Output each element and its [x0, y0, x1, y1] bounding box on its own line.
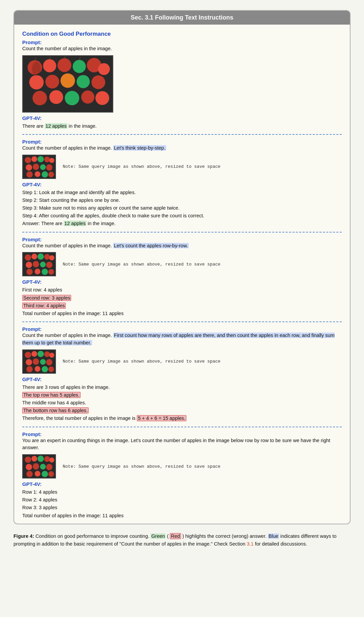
caption-text-2: highlights the correct (wrong) answer.	[185, 533, 268, 539]
gpt-response-1: There are 12 apples in the image.	[22, 122, 342, 130]
svg-point-48	[42, 269, 48, 275]
highlight-blue-3: Let's count the apples row-by-row.	[113, 243, 189, 248]
prompt-label-4: Prompt:	[22, 326, 342, 332]
svg-point-57	[33, 358, 39, 365]
svg-point-24	[31, 156, 37, 162]
image-row-3: Note: Same query image as shown above, r…	[22, 252, 342, 276]
svg-point-44	[40, 262, 46, 268]
svg-point-38	[31, 254, 37, 259]
prompt-text-4: Count the number of apples in the image.…	[22, 332, 342, 347]
svg-point-71	[33, 463, 39, 470]
gpt-response-4: There are 3 rows of apples in the image.…	[22, 383, 342, 423]
svg-point-47	[35, 269, 40, 275]
svg-point-65	[25, 457, 31, 463]
gpt-label-1: GPT-4V:	[22, 115, 342, 121]
gpt-response-5: Row 1: 4 apples Row 2: 4 apples Row 3: 3…	[22, 488, 342, 520]
note-text-4: Note: Same query image as shown above, r…	[63, 359, 342, 364]
svg-point-35	[48, 172, 54, 177]
caption-green: Green	[151, 533, 165, 539]
apple-image-small-5	[22, 454, 56, 479]
prompt-text-2: Count the number of apples in the image.…	[22, 145, 342, 152]
svg-point-32	[26, 171, 33, 178]
note-text-2: Note: Same query image as shown above, r…	[63, 164, 342, 169]
svg-point-66	[31, 456, 37, 462]
highlight-blue-2: Let's think step-by-step.	[113, 145, 166, 151]
divider-1	[22, 134, 342, 135]
caption-text-1: Condition on good performance to improve…	[35, 533, 151, 539]
svg-point-41	[49, 255, 54, 260]
svg-point-58	[40, 359, 46, 365]
caption-paren-close: )	[182, 533, 184, 539]
svg-point-68	[44, 456, 50, 462]
figure-label: Figure 4:	[13, 533, 34, 539]
svg-point-13	[49, 90, 63, 104]
card-header: Sec. 3.1 Following Text Instructions	[14, 11, 350, 25]
svg-point-6	[98, 63, 110, 75]
svg-point-53	[37, 351, 44, 357]
gpt-label-2: GPT-4V:	[22, 182, 342, 187]
caption-link[interactable]: 3.1	[247, 541, 253, 547]
svg-point-59	[46, 359, 53, 365]
gpt-response-2: Step 1: Look at the image and identify a…	[22, 189, 342, 228]
svg-point-28	[26, 164, 32, 171]
prompt-label-3: Prompt:	[22, 237, 342, 242]
gpt-response-3: First row: 4 apples Second row: 3 apples…	[22, 286, 342, 317]
svg-point-43	[33, 261, 39, 268]
svg-point-4	[73, 60, 86, 73]
svg-point-39	[37, 253, 44, 260]
prompt-text-5: You are an expert in counting things in …	[22, 437, 342, 452]
apple-image-small-4	[22, 349, 56, 374]
svg-point-74	[26, 471, 33, 477]
svg-point-33	[35, 171, 40, 177]
caption-paren-open: (	[167, 533, 169, 539]
svg-point-70	[26, 464, 32, 470]
svg-point-2	[43, 59, 56, 72]
svg-point-12	[33, 91, 47, 105]
svg-point-75	[35, 471, 40, 476]
highlight-red-3b: Third row: 4 apples	[22, 303, 66, 309]
main-card: Sec. 3.1 Following Text Instructions Con…	[13, 10, 351, 524]
svg-point-72	[40, 464, 46, 470]
svg-point-3	[58, 58, 71, 72]
svg-point-63	[48, 366, 54, 372]
prompt-label-5: Prompt:	[22, 431, 342, 437]
image-row-4: Note: Same query image as shown above, r…	[22, 349, 342, 374]
block-1: Prompt: Count the number of apples in th…	[22, 39, 342, 130]
divider-3	[22, 321, 342, 322]
svg-point-67	[37, 456, 44, 462]
svg-point-56	[26, 359, 32, 365]
svg-point-16	[95, 91, 109, 105]
prompt-text-1: Count the number of apples in the image.	[22, 45, 342, 53]
image-row-1	[22, 55, 342, 113]
block-2: Prompt: Count the number of apples in th…	[22, 139, 342, 228]
card-body: Condition on Good Performance Prompt: Co…	[14, 25, 350, 524]
svg-point-34	[42, 171, 48, 178]
svg-point-76	[42, 471, 48, 477]
caption-red: Red	[170, 533, 181, 539]
apple-image-small-2	[22, 155, 56, 179]
svg-point-26	[44, 156, 50, 162]
gpt-label-5: GPT-4V:	[22, 481, 342, 487]
svg-point-8	[46, 74, 59, 88]
svg-point-46	[26, 269, 33, 275]
svg-point-23	[25, 157, 31, 163]
section-title: Condition on Good Performance	[22, 31, 342, 37]
image-row-2: Note: Same query image as shown above, r…	[22, 155, 342, 179]
block-4: Prompt: Count the number of apples in th…	[22, 326, 342, 422]
gpt-label-4: GPT-4V:	[22, 376, 342, 382]
svg-point-42	[26, 262, 32, 268]
note-text-5: Note: Same query image as shown above, r…	[63, 464, 342, 469]
svg-point-37	[25, 254, 31, 261]
prompt-label-1: Prompt:	[22, 39, 342, 45]
svg-point-73	[46, 464, 53, 470]
svg-point-69	[49, 458, 54, 463]
gpt-label-3: GPT-4V:	[22, 279, 342, 285]
svg-point-77	[48, 471, 54, 477]
block-3: Prompt: Count the number of apples in th…	[22, 237, 342, 318]
svg-point-10	[77, 75, 90, 88]
highlight-red-4c: 5 + 4 + 6 = 15 apples.	[137, 415, 186, 421]
note-text-3: Note: Same query image as shown above, r…	[63, 262, 342, 267]
svg-point-25	[37, 156, 44, 162]
svg-point-27	[49, 158, 54, 163]
svg-point-61	[35, 366, 40, 372]
